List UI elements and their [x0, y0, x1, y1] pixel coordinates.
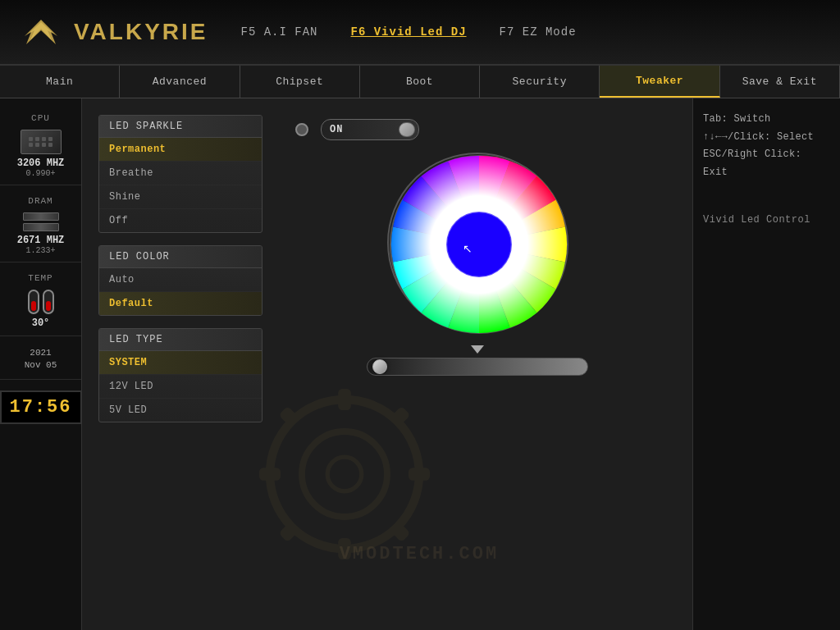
- help-text: Tab: Switch ↑↓←→/Click: Select ESC/Right…: [703, 111, 830, 181]
- on-off-toggle[interactable]: ON: [321, 119, 419, 140]
- led-color-auto[interactable]: Auto: [99, 268, 262, 292]
- toggle-knob: [399, 122, 415, 137]
- tab-bar: Main Advanced Chipset Boot Security Twea…: [0, 66, 840, 98]
- content-area: VMODTECH.COM LED SPARKLE Permanent Breat…: [82, 98, 692, 630]
- led-sparkle-box: LED SPARKLE Permanent Breathe Shine Off: [98, 115, 262, 233]
- dram-label: DRAM: [28, 196, 52, 206]
- temp-value: 30°: [32, 317, 50, 329]
- led-sparkle-permanent[interactable]: Permanent: [99, 138, 262, 162]
- cpu-label: CPU: [31, 113, 50, 123]
- tab-tweaker[interactable]: Tweaker: [600, 66, 719, 98]
- header-nav: F5 A.I FAN F6 Vivid Led DJ F7 EZ Mode: [241, 25, 577, 39]
- datetime-section: 2021Nov 05: [0, 340, 81, 380]
- tab-main[interactable]: Main: [0, 66, 120, 98]
- dram-icon: [23, 212, 59, 231]
- toggle-indicator-dot: [295, 123, 308, 136]
- toggle-row: ON: [295, 119, 419, 140]
- logo-text: VALKYRIE: [74, 19, 208, 45]
- temp-label: TEMP: [28, 273, 52, 283]
- led-sparkle-shine[interactable]: Shine: [99, 185, 262, 209]
- led-color-box: LED COLOR Auto Default: [98, 245, 262, 316]
- dram-section: DRAM 2671 MHZ 1.233+: [0, 189, 81, 262]
- cpu-freq: 3206 MHZ: [17, 158, 65, 169]
- led-sparkle-off[interactable]: Off: [99, 209, 262, 232]
- brightness-slider[interactable]: [367, 358, 588, 376]
- tab-boot[interactable]: Boot: [360, 66, 480, 98]
- center-area: ON: [279, 115, 676, 614]
- sidebar: CPU 3206 MHZ 0.990+ DRAM 2671 MHZ 1.233+…: [0, 98, 82, 630]
- main-layout: CPU 3206 MHZ 0.990+ DRAM 2671 MHZ 1.233+…: [0, 98, 840, 630]
- logo-area: VALKYRIE: [16, 16, 208, 48]
- led-type-system[interactable]: SYSTEM: [99, 351, 262, 375]
- color-wheel-svg: ↖: [389, 154, 569, 335]
- dram-volt: 1.233+: [25, 246, 55, 255]
- svg-marker-1: [29, 22, 53, 40]
- temp-section: TEMP 30°: [0, 267, 81, 336]
- led-type-5v[interactable]: 5V LED: [99, 399, 262, 422]
- cpu-section: CPU 3206 MHZ 0.990+: [0, 107, 81, 185]
- dram-freq: 2671 MHZ: [17, 235, 65, 246]
- tab-security[interactable]: Security: [480, 66, 600, 98]
- tab-save-exit[interactable]: Save & Exit: [720, 66, 840, 98]
- cpu-volt: 0.990+: [25, 169, 55, 178]
- left-controls-panel: LED SPARKLE Permanent Breathe Shine Off …: [98, 115, 262, 614]
- led-sparkle-breathe[interactable]: Breathe: [99, 162, 262, 185]
- cpu-icon: [21, 130, 62, 154]
- led-type-title: LED TYPE: [99, 329, 262, 351]
- nav-f7[interactable]: F7 EZ Mode: [500, 25, 577, 39]
- time-display: 17:56: [0, 390, 82, 424]
- right-info-panel: Tab: Switch ↑↓←→/Click: Select ESC/Right…: [692, 98, 840, 630]
- led-color-default[interactable]: Default: [99, 292, 262, 315]
- svg-text:↖: ↖: [463, 242, 472, 255]
- date-display: 2021Nov 05: [25, 347, 57, 372]
- tab-advanced[interactable]: Advanced: [120, 66, 240, 98]
- slider-arrow-icon: [471, 345, 484, 354]
- led-sparkle-title: LED SPARKLE: [99, 116, 262, 138]
- nav-f6[interactable]: F6 Vivid Led DJ: [351, 25, 467, 39]
- led-type-box: LED TYPE SYSTEM 12V LED 5V LED: [98, 328, 262, 422]
- led-type-12v[interactable]: 12V LED: [99, 375, 262, 399]
- valkyrie-logo-icon: [16, 16, 66, 48]
- led-color-title: LED COLOR: [99, 246, 262, 268]
- header: VALKYRIE F5 A.I FAN F6 Vivid Led DJ F7 E…: [0, 0, 840, 66]
- help-section-title: Vivid Led Control: [703, 214, 830, 226]
- thermometer-icon: [28, 290, 54, 314]
- brightness-slider-container: [363, 345, 592, 376]
- toggle-label: ON: [326, 124, 343, 135]
- nav-f5[interactable]: F5 A.I FAN: [241, 25, 318, 39]
- tab-chipset[interactable]: Chipset: [240, 66, 360, 98]
- color-wheel[interactable]: ↖: [387, 153, 568, 333]
- color-wheel-container[interactable]: ↖: [387, 153, 568, 333]
- slider-thumb[interactable]: [372, 359, 387, 374]
